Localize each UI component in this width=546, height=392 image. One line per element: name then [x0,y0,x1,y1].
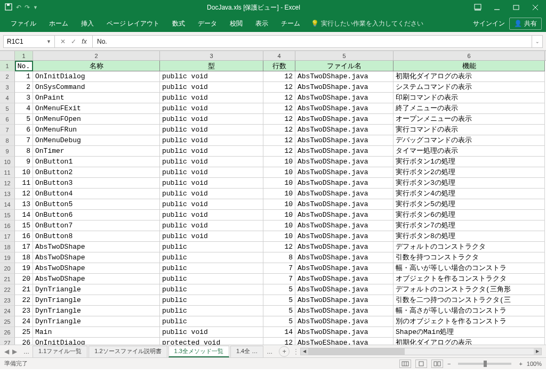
cell[interactable]: 7 [263,263,295,274]
ribbon-tab[interactable]: ホーム [43,16,75,31]
col-header[interactable]: 4 [263,51,295,60]
cell[interactable]: 15 [15,220,33,231]
cell[interactable]: 5 [15,114,33,125]
row-header[interactable]: 14 [0,199,15,210]
cell[interactable]: 12 [263,114,295,125]
cell[interactable]: 10 [263,199,295,210]
cell[interactable]: 25 [15,327,33,338]
cell[interactable]: OnButton8 [33,231,160,242]
row-header[interactable]: 27 [0,338,15,345]
cell[interactable]: public void [160,220,263,231]
sheet-tab[interactable]: 1.1ファイル一覧 [33,346,87,357]
row-header[interactable]: 21 [0,274,15,284]
scroll-thumb[interactable] [308,348,404,355]
cell[interactable]: 終了メニューの表示 [394,103,545,114]
sheet-overflow-left[interactable]: … [21,347,31,356]
cell[interactable]: AbsTwoDShape.java [295,114,394,125]
ribbon-tab[interactable]: データ [191,16,223,31]
cell[interactable]: ファイル名 [295,61,394,71]
tell-me[interactable]: 💡 実行したい作業を入力してください [311,19,423,28]
cell[interactable]: public void [160,135,263,146]
cell[interactable]: 24 [15,316,33,327]
col-header[interactable]: 1 [15,51,33,60]
cell[interactable]: 26 [15,338,33,345]
cell[interactable]: AbsTwoDShape.java [295,189,394,199]
cell[interactable]: 16 [15,231,33,242]
row-header[interactable]: 3 [0,82,15,93]
row-header[interactable]: 4 [0,93,15,103]
cell[interactable]: 23 [15,306,33,316]
cell[interactable]: public void [160,210,263,220]
cell[interactable]: AbsTwoDShape.java [295,231,394,242]
cell[interactable]: public void [160,178,263,189]
row-header[interactable]: 8 [0,135,15,146]
cell[interactable]: 12 [15,189,33,199]
row-header[interactable]: 23 [0,295,15,306]
cell[interactable]: 実行ボタン1の処理 [394,157,545,167]
cell[interactable]: 10 [263,157,295,167]
cell[interactable]: 10 [263,231,295,242]
cell[interactable]: AbsTwoDShape.java [295,146,394,157]
cell[interactable]: AbsTwoDShape [33,242,160,252]
chevron-down-icon[interactable]: ▼ [46,39,51,44]
expand-formula-icon[interactable]: ⌄ [532,36,542,47]
cell[interactable]: システムコマンドの表示 [394,82,545,93]
cell[interactable]: public [160,242,263,252]
cell[interactable]: 9 [15,157,33,167]
cell[interactable]: public [160,316,263,327]
cell[interactable]: AbsTwoDShape [33,252,160,263]
cell[interactable]: 幅・高いが等しい場合のコンストラ [394,263,545,274]
cell[interactable]: OnButton7 [33,220,160,231]
cell[interactable]: Main [33,327,160,338]
cell[interactable]: 12 [263,242,295,252]
cell[interactable]: OnButton2 [33,167,160,178]
cell[interactable]: 名称 [33,61,160,71]
cell[interactable]: OnButton1 [33,157,160,167]
sheet-tab[interactable]: 1.2ソースファイル説明書 [89,346,167,357]
row-header[interactable]: 11 [0,167,15,178]
cell[interactable]: AbsTwoDShape.java [295,252,394,263]
cell[interactable]: public void [160,93,263,103]
cell[interactable]: デフォルトのコンストラクタ [394,242,545,252]
sheet-tab[interactable]: 1.3全メソッド一覧 [168,346,229,357]
cell[interactable]: 10 [263,210,295,220]
cell[interactable]: public void [160,327,263,338]
close-button[interactable] [527,1,544,14]
cell[interactable]: 実行ボタン4の処理 [394,189,545,199]
share-button[interactable]: 👤 共有 [509,18,542,30]
spreadsheet-grid[interactable]: 1 2 3 4 5 6 1 No. 名称 型 行数 ファイル名 機能 21OnI… [0,51,546,345]
cell[interactable]: public [160,306,263,316]
zoom-slider[interactable] [458,363,511,365]
cell[interactable]: 実行コマンドの表示 [394,125,545,135]
formula-input[interactable]: No. [93,36,532,47]
cell[interactable]: protected void [160,338,263,345]
cell[interactable]: 14 [263,327,295,338]
cell[interactable]: デフォルトのコンストラクタ(三角形 [394,284,545,295]
cell[interactable]: 引数を持つコンストラクタ [394,252,545,263]
cell[interactable]: 5 [263,295,295,306]
cell[interactable]: 18 [15,252,33,263]
col-header[interactable]: 2 [33,51,160,60]
cell[interactable]: OnButton3 [33,178,160,189]
row-header[interactable]: 22 [0,284,15,295]
cell[interactable]: 機能 [394,61,545,71]
cell[interactable]: OnSysCommand [33,82,160,93]
cell[interactable]: 実行ボタン8の処理 [394,231,545,242]
cell[interactable]: AbsTwoEShape.java [295,338,394,345]
cell[interactable]: DynTriangle [33,306,160,316]
cell[interactable]: DynTriangle [33,284,160,295]
maximize-button[interactable] [508,1,525,14]
cell[interactable]: DynTriangle [33,316,160,327]
ribbon-tab[interactable]: 数式 [166,16,191,31]
cell[interactable]: AbsTwoDShape.java [295,199,394,210]
sheet-nav-prev-icon[interactable]: ◀ [3,348,10,355]
cell[interactable]: OnButton6 [33,210,160,220]
cell[interactable]: デバッグコマンドの表示 [394,135,545,146]
page-layout-view-button[interactable] [415,360,427,368]
cell[interactable]: OnMenuFRun [33,125,160,135]
cell[interactable]: AbsTwoDShape.java [295,295,394,306]
cell[interactable]: 10 [263,167,295,178]
row-header[interactable]: 2 [0,71,15,82]
row-header[interactable]: 13 [0,189,15,199]
cell[interactable]: 14 [15,210,33,220]
